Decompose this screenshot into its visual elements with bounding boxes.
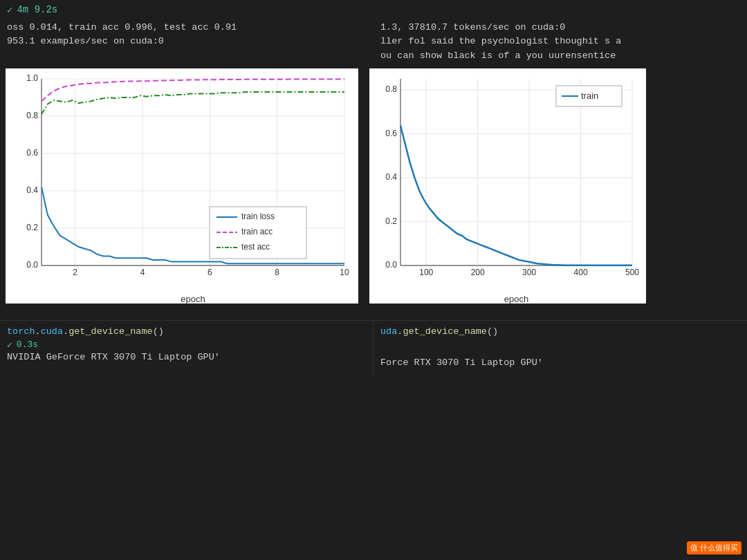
right-chart xyxy=(369,68,646,304)
output-line-1: oss 0.014, train acc 0.996, test acc 0.9… xyxy=(7,21,367,35)
cell-code-left: torch.cuda.get_device_name() xyxy=(7,326,366,337)
left-output-panel: oss 0.014, train acc 0.996, test acc 0.9… xyxy=(0,19,374,64)
parens-right: () xyxy=(487,326,498,337)
output-line-4: ller fol said the psychologist thoughit … xyxy=(380,35,740,48)
right-output-panel: 1.3, 37810.7 tokens/sec on cuda:0 ller f… xyxy=(374,19,747,64)
timing-value-left: 0.3s xyxy=(17,339,38,350)
cuda-keyword: cuda xyxy=(41,326,63,337)
output-section: oss 0.014, train acc 0.996, test acc 0.9… xyxy=(0,19,747,64)
parens: () xyxy=(153,326,164,337)
code-cell-right: uda.get_device_name() Force RTX 3070 Ti … xyxy=(374,321,747,373)
check-icon-left: ✓ xyxy=(7,339,12,351)
timing-label: 4m 9.2s xyxy=(17,4,57,15)
torch-keyword: torch xyxy=(7,326,35,337)
method-keyword: get_device_name xyxy=(68,326,153,337)
dot1: . xyxy=(35,326,41,337)
output-line-3: 1.3, 37810.7 tokens/sec on cuda:0 xyxy=(380,21,740,35)
cell-timing-left: ✓ 0.3s xyxy=(7,339,366,351)
result-right: Force RTX 3070 Ti Laptop GPU' xyxy=(380,357,740,368)
output-line-5: ou can show black is of a you uurensenti… xyxy=(380,49,740,63)
code-cell-left: torch.cuda.get_device_name() ✓ 0.3s NVID… xyxy=(0,321,374,373)
code-cells: torch.cuda.get_device_name() ✓ 0.3s NVID… xyxy=(0,320,747,373)
charts-row xyxy=(0,64,747,308)
output-line-2: 953.1 examples/sec on cuda:0 xyxy=(7,35,367,48)
top-bar: ✓ 4m 9.2s xyxy=(0,0,747,19)
result-left: NVIDIA GeForce RTX 3070 Ti Laptop GPU' xyxy=(7,352,366,362)
left-chart xyxy=(6,68,358,304)
watermark: 值 什么值得买 xyxy=(687,541,741,554)
method-keyword-right: get_device_name xyxy=(403,326,487,337)
cuda-partial: uda xyxy=(380,326,397,337)
dot2: . xyxy=(63,326,68,337)
check-icon: ✓ xyxy=(7,4,12,16)
cell-code-right: uda.get_device_name() xyxy=(380,326,740,337)
